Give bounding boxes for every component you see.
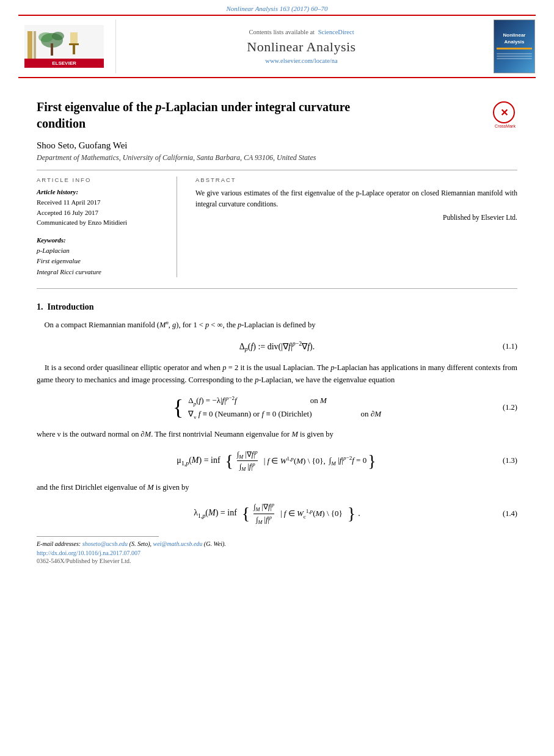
system-lines: Δp(f) = −λ|f|p−2f on M ∇ν f ≡ 0 (Neumann… <box>188 395 381 420</box>
history-label: Article history: <box>37 188 164 195</box>
svg-rect-2 <box>34 31 36 59</box>
email-2-link[interactable]: wei@math.ucsb.edu <box>153 540 202 547</box>
journal-cover-area: NonlinearAnalysis <box>487 20 536 73</box>
equation-1-4: λ1,p(M) = inf { ∫M |∇f|p ∫M |f|p | f ∈ W… <box>37 502 517 525</box>
journal-title: Nonlinear Analysis <box>247 39 355 55</box>
doi-line[interactable]: http://dx.doi.org/10.1016/j.na.2017.07.0… <box>37 550 517 556</box>
elsevier-logo-svg: ELSEVIER <box>24 25 104 68</box>
journal-header-band: ELSEVIER Contents lists available at Sci… <box>18 15 536 78</box>
section-1-heading: 1. Introduction <box>37 302 517 312</box>
email-1-name: (S. Seto), <box>129 540 151 547</box>
article-info-heading: ARTICLE INFO <box>37 176 164 183</box>
divider-2 <box>37 288 517 289</box>
email-footnote: E-mail addresses: shoseto@ucsb.edu (S. S… <box>37 540 517 547</box>
eq3-close-brace: } <box>368 453 376 470</box>
eq4-close-brace: } <box>348 505 355 522</box>
svg-rect-6 <box>51 43 53 56</box>
intro-para-1: On a compact Riemannian manifold (Mn, g)… <box>37 318 517 332</box>
eq4-open-brace: { <box>242 505 250 522</box>
keyword-2: First eigenvalue <box>37 256 164 267</box>
equation-1-1-content: Δp(f) := div(|∇f|p−2∇f). <box>239 340 315 352</box>
abstract-text: We give various estimates of the first e… <box>195 188 517 210</box>
svg-rect-8 <box>69 43 79 45</box>
paper-title: First eigenvalue of the p-Laplacian unde… <box>37 99 350 132</box>
svg-rect-1 <box>27 31 32 59</box>
cover-decoration <box>497 52 532 60</box>
email-2-name: (G. Wei). <box>204 540 226 547</box>
communicated-by: Communicated by Enzo Mitidieri <box>37 217 164 228</box>
intro-para-2: It is a second order quasilinear ellipti… <box>37 362 517 387</box>
intro-para-4: and the first Dirichlet eigenvalue of M … <box>37 481 517 494</box>
journal-title-area: Contents lists available at ScienceDirec… <box>116 20 487 73</box>
eq3-open-brace: { <box>225 453 233 470</box>
keywords-section: Keywords: p-Laplacian First eigenvalue I… <box>37 236 164 278</box>
system-line-1: Δp(f) = −λ|f|p−2f on M <box>188 395 381 407</box>
received-date: Received 11 April 2017 <box>37 197 164 208</box>
affiliation: Department of Mathematics, University of… <box>37 153 517 162</box>
title-row: First eigenvalue of the p-Laplacian unde… <box>37 99 517 140</box>
equation-1-2: { Δp(f) = −λ|f|p−2f on M ∇ν f ≡ 0 (Neuma… <box>37 395 517 420</box>
authors: Shoo Seto, Guofang Wei <box>37 140 517 151</box>
divider-1 <box>37 170 517 170</box>
keywords-label: Keywords: <box>37 236 164 244</box>
system-brace: { <box>173 396 183 418</box>
doi-link[interactable]: http://dx.doi.org/10.1016/j.na.2017.07.0… <box>37 550 140 556</box>
footnote-divider <box>37 536 159 537</box>
contents-label: Contents lists available at ScienceDirec… <box>249 29 354 35</box>
system-line-2: ∇ν f ≡ 0 (Neumann) or f ≡ 0 (Dirichlet) … <box>188 409 381 420</box>
equation-1-4-number: (1.4) <box>503 509 517 518</box>
abstract-column: ABSTRACT We give various estimates of th… <box>195 176 517 277</box>
elsevier-logo-area: ELSEVIER <box>18 20 116 73</box>
equation-1-1-number: (1.1) <box>503 342 517 351</box>
svg-rect-9 <box>73 45 75 54</box>
keyword-1: p-Laplacian <box>37 245 164 256</box>
cover-accent-bar <box>497 48 532 49</box>
keyword-3: Integral Ricci curvature <box>37 267 164 278</box>
eq4-fraction: ∫M |∇f|p ∫M |f|p <box>253 502 274 525</box>
system-eq-2-left: ∇ν f ≡ 0 (Neumann) or f ≡ 0 (Dirichlet) <box>188 409 312 420</box>
main-content: First eigenvalue of the p-Laplacian unde… <box>0 78 554 576</box>
info-columns: ARTICLE INFO Article history: Received 1… <box>37 176 517 277</box>
journal-cover-image: NonlinearAnalysis <box>494 20 535 73</box>
sciencedirect-link[interactable]: ScienceDirect <box>318 29 354 35</box>
accepted-date: Accepted 16 July 2017 <box>37 208 164 218</box>
svg-text:ELSEVIER: ELSEVIER <box>52 60 76 66</box>
equation-1-3-number: (1.3) <box>503 456 517 465</box>
published-by: Published by Elsevier Ltd. <box>195 214 517 221</box>
abstract-heading: ABSTRACT <box>195 176 517 183</box>
svg-point-5 <box>52 32 64 40</box>
system-eq-2-right: on ∂M <box>360 409 381 419</box>
journal-url[interactable]: www.elsevier.com/locate/na <box>265 57 337 64</box>
journal-citation: Nonlinear Analysis 163 (2017) 60–70 <box>0 0 554 15</box>
svg-rect-7 <box>70 32 78 43</box>
equation-1-3: μ1,p(M) = inf { ∫M |∇f|p ∫M |f|p | f ∈ W… <box>37 449 517 473</box>
issn-line: 0362-546X/Published by Elsevier Ltd. <box>37 558 517 564</box>
intro-para-3: where ν is the outward normal on ∂M. The… <box>37 428 517 441</box>
equation-1-2-number: (1.2) <box>503 403 517 412</box>
system-eq-1-right: on M <box>310 396 327 405</box>
cover-title: NonlinearAnalysis <box>503 32 526 45</box>
email-1-link[interactable]: shoseto@ucsb.edu <box>82 540 128 547</box>
article-info-column: ARTICLE INFO Article history: Received 1… <box>37 176 177 277</box>
svg-point-4 <box>38 32 53 42</box>
equation-1-1: Δp(f) := div(|∇f|p−2∇f). (1.1) <box>37 340 517 352</box>
eq3-fraction: ∫M |∇f|p ∫M |f|p <box>237 449 258 473</box>
crossmark-badge[interactable]: ✕ CrossMark <box>493 101 517 126</box>
system-eq-1-left: Δp(f) = −λ|f|p−2f <box>188 395 236 407</box>
